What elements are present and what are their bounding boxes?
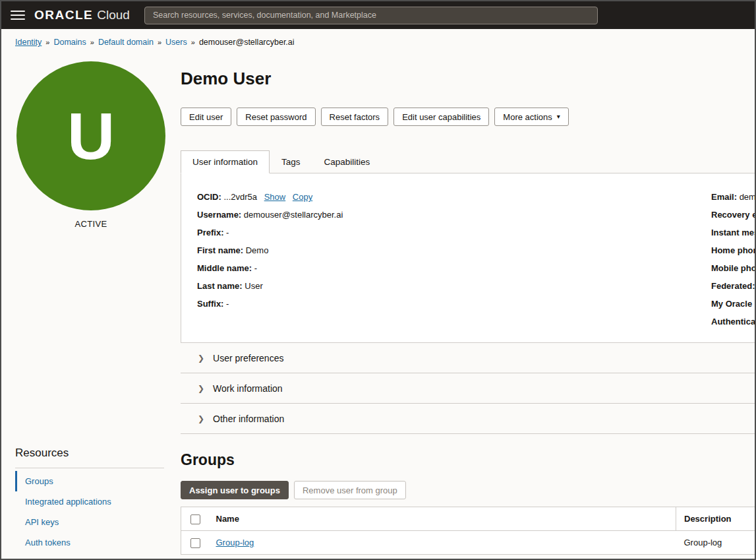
field-value: - (254, 263, 257, 273)
field-label: My Oracle (711, 299, 752, 309)
field-mobile-phone: Mobile pho (711, 259, 756, 277)
field-value: - (226, 228, 229, 237)
ocid-label: OCID: (197, 192, 221, 202)
sidebar-item-auth-tokens[interactable]: Auth tokens (15, 532, 164, 553)
breadcrumb-separator: » (158, 38, 161, 46)
groups-action-row: Assign user to groups Remove user from g… (181, 481, 755, 499)
chevron-right-icon: ❯ (198, 415, 204, 423)
sidebar-item-groups[interactable]: Groups (15, 471, 164, 491)
edit-user-capabilities-button[interactable]: Edit user capabilities (393, 108, 489, 126)
groups-table: Name Description Group-log Group-log (181, 507, 755, 555)
reset-factors-button[interactable]: Reset factors (321, 108, 389, 126)
breadcrumb-users[interactable]: Users (165, 38, 187, 47)
section-user-preferences[interactable]: ❯ User preferences (181, 343, 755, 373)
status-badge: ACTIVE (1, 219, 181, 229)
column-header-description: Description (676, 507, 755, 531)
user-info-left-column: OCID: ...2vdr5a Show Copy Username: demo… (197, 188, 755, 313)
avatar: U (16, 61, 165, 210)
accordion-sections: ❯ User preferences ❯ Work information ❯ … (181, 343, 755, 434)
field-value: Demo (246, 245, 269, 255)
field-label: Recovery e (711, 210, 756, 220)
field-label: Home phon (711, 245, 756, 255)
breadcrumb-current: demouser@stellarcyber.ai (199, 38, 295, 47)
assign-user-to-groups-button[interactable]: Assign user to groups (181, 481, 289, 499)
field-instant-messaging: Instant mes (711, 224, 756, 241)
resources-list: Groups Integrated applications API keys … (15, 471, 164, 553)
tab-tags[interactable]: Tags (270, 150, 312, 173)
reset-password-button[interactable]: Reset password (237, 108, 315, 126)
field-label: Middle name: (197, 263, 252, 273)
chevron-right-icon: ❯ (198, 354, 204, 362)
field-ocid: OCID: ...2vdr5a Show Copy (197, 188, 755, 206)
remove-user-from-group-button[interactable]: Remove user from group (294, 481, 406, 499)
action-button-row: Edit user Reset password Reset factors E… (181, 108, 755, 126)
column-header-name: Name (209, 507, 676, 531)
field-prefix: Prefix: - (197, 224, 755, 241)
tab-bar: User information Tags Capabilities (181, 150, 755, 173)
breadcrumb-domains[interactable]: Domains (53, 38, 86, 47)
table-header-row: Name Description (181, 507, 755, 531)
field-label: Suffix: (197, 299, 223, 309)
hamburger-bar (11, 15, 25, 16)
table-row: Group-log Group-log (181, 531, 755, 555)
field-label: Instant mes (711, 228, 756, 237)
oracle-cloud-console: ORACLE Cloud Identity » Domains » Defaul… (0, 0, 756, 560)
hamburger-bar (11, 18, 25, 20)
chevron-down-icon: ▾ (557, 113, 560, 120)
field-username: Username: demouser@stellarcyber.ai (197, 206, 755, 224)
field-suffix: Suffix: - (197, 295, 755, 313)
field-value: User (245, 281, 262, 291)
section-work-information[interactable]: ❯ Work information (181, 373, 755, 404)
breadcrumb-identity[interactable]: Identity (15, 38, 42, 47)
breadcrumb: Identity » Domains » Default domain » Us… (1, 29, 755, 53)
field-recovery-email: Recovery e (711, 206, 756, 224)
avatar-initial: U (67, 103, 115, 169)
logo-cloud-text: Cloud (97, 8, 130, 22)
user-information-panel: OCID: ...2vdr5a Show Copy Username: demo… (181, 173, 755, 343)
breadcrumb-default-domain[interactable]: Default domain (98, 38, 154, 47)
oracle-cloud-logo: ORACLE Cloud (34, 8, 130, 22)
select-all-checkbox[interactable] (190, 514, 200, 524)
breadcrumb-separator: » (90, 38, 94, 46)
copy-ocid-link[interactable]: Copy (293, 192, 312, 202)
more-actions-label: More actions (503, 113, 552, 121)
show-ocid-link[interactable]: Show (264, 192, 286, 202)
field-first-name: First name: Demo (197, 241, 755, 259)
hamburger-menu-icon[interactable] (11, 11, 25, 20)
row-checkbox[interactable] (190, 538, 200, 548)
resources-heading: Resources (15, 447, 164, 460)
field-label: Prefix: (197, 228, 223, 237)
breadcrumb-separator: » (191, 38, 195, 46)
topbar: ORACLE Cloud (1, 1, 755, 29)
field-value: dem (740, 192, 756, 202)
page-title: Demo User (181, 69, 755, 89)
field-label: Email: (711, 192, 737, 202)
section-other-information[interactable]: ❯ Other information (181, 404, 755, 434)
sidebar-item-api-keys[interactable]: API keys (15, 512, 164, 532)
field-label: Last name: (197, 281, 243, 291)
ocid-value: ...2vdr5a (223, 192, 257, 202)
group-description: Group-log (676, 531, 755, 555)
field-label: Authentica (711, 317, 755, 327)
edit-user-button[interactable]: Edit user (181, 108, 231, 126)
hamburger-bar (11, 11, 25, 12)
content-layout: U ACTIVE Resources Groups Integrated app… (1, 53, 755, 555)
logo-oracle-text: ORACLE (34, 8, 93, 22)
field-home-phone: Home phon (711, 241, 756, 259)
resources-section: Resources Groups Integrated applications… (15, 447, 164, 553)
left-panel: U ACTIVE Resources Groups Integrated app… (1, 53, 181, 553)
user-info-right-column: Email: dem Recovery e Instant mes Home p… (711, 188, 756, 330)
global-search-input[interactable] (144, 7, 598, 24)
tab-user-information[interactable]: User information (181, 150, 270, 173)
sidebar-item-integrated-applications[interactable]: Integrated applications (15, 491, 164, 512)
field-label: First name: (197, 245, 243, 255)
group-name-link[interactable]: Group-log (216, 538, 254, 547)
more-actions-button[interactable]: More actions ▾ (494, 108, 568, 126)
tab-capabilities[interactable]: Capabilities (312, 150, 382, 173)
field-label: Username: (197, 210, 241, 220)
main-content: Demo User Edit user Reset password Reset… (181, 53, 755, 555)
field-federated: Federated: (711, 277, 756, 295)
section-label: Other information (213, 414, 284, 424)
breadcrumb-separator: » (45, 38, 49, 46)
field-value: demouser@stellarcyber.ai (244, 210, 343, 220)
